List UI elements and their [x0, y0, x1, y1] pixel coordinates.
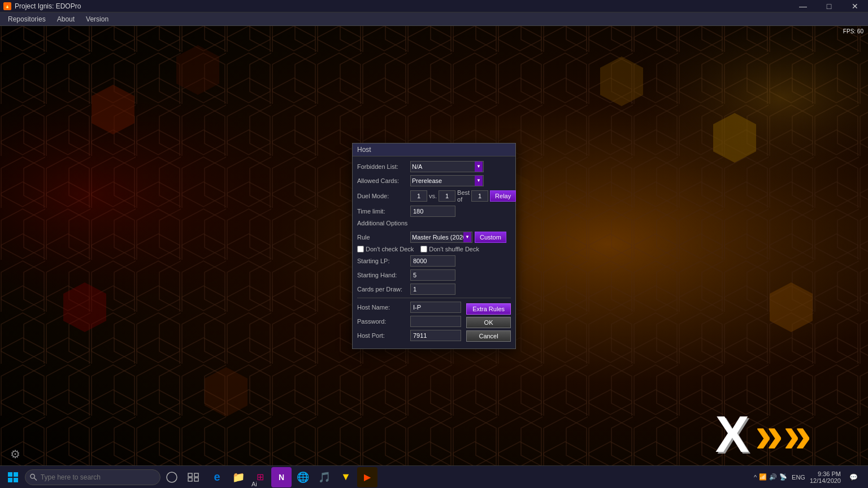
language-indicator[interactable]: ENG — [792, 474, 805, 481]
vs-text: vs. — [429, 193, 437, 199]
custom-button[interactable]: Custom — [475, 232, 506, 243]
allowed-cards-select[interactable]: Prerelease — [410, 175, 484, 186]
svg-line-20 — [34, 477, 37, 480]
svg-point-21 — [167, 472, 177, 482]
dont-check-deck-label: Don't check Deck — [366, 246, 414, 252]
close-button[interactable]: ✕ — [842, 0, 868, 12]
svg-rect-16 — [14, 472, 18, 477]
wifi-icon[interactable]: 📡 — [779, 473, 787, 481]
start-button[interactable] — [2, 470, 24, 485]
edopro-button[interactable]: ▶ — [357, 467, 377, 487]
windows-icon — [8, 472, 18, 482]
duel-mode-controls: 1 vs. 1 Best of 1 Relay — [410, 189, 516, 203]
app-title: Project Ignis: EDOPro — [15, 2, 81, 10]
dont-check-deck-checkbox[interactable] — [357, 246, 364, 252]
maximize-button[interactable]: □ — [816, 0, 842, 12]
host-dialog: Host Forbidden List: N/A ▼ Allowed Cards… — [352, 143, 516, 349]
rule-row: Rule Master Rules (2020) ▼ Custom — [357, 232, 511, 243]
starting-lp-row: Starting LP: 8000 — [357, 255, 511, 267]
starting-hand-input[interactable]: 5 — [410, 269, 455, 281]
bottom-right-buttons: Extra Rules OK Cancel — [466, 302, 511, 344]
svg-rect-25 — [194, 478, 198, 481]
svg-rect-23 — [194, 473, 198, 477]
password-row: Password: — [357, 316, 463, 327]
forbidden-list-select[interactable]: N/A — [410, 161, 484, 172]
taskbar-clock[interactable]: 9:36 PM 12/14/2020 — [810, 470, 841, 484]
title-bar-left: 🔥 Project Ignis: EDOPro — [0, 2, 81, 10]
password-label: Password: — [357, 318, 408, 325]
notification-button[interactable]: 💬 — [845, 469, 861, 485]
password-input[interactable] — [410, 316, 461, 327]
rule-label: Rule — [357, 234, 408, 241]
host-name-label: Host Name: — [357, 304, 408, 311]
network-icon[interactable]: 📶 — [759, 473, 767, 481]
task-view-button[interactable] — [183, 467, 203, 487]
additional-options-row: Additional Options — [357, 220, 511, 229]
cancel-button[interactable]: Cancel — [466, 330, 511, 342]
xp-arrow-symbol: »» — [755, 409, 811, 460]
time-limit-row: Time limit: 180 — [357, 206, 511, 217]
time-limit-label: Time limit: — [357, 208, 408, 215]
dont-shuffle-deck-label: Don't shuffle Deck — [429, 246, 479, 252]
media-button[interactable]: 🎵 — [314, 467, 335, 487]
extra-rules-button[interactable]: Extra Rules — [466, 303, 511, 315]
menu-about[interactable]: About — [51, 14, 80, 24]
onenote-button[interactable]: N — [271, 467, 292, 487]
starting-lp-label: Starting LP: — [357, 258, 408, 264]
ok-button[interactable]: OK — [466, 317, 511, 328]
title-bar: 🔥 Project Ignis: EDOPro — □ ✕ — [0, 0, 868, 12]
clock-time: 9:36 PM — [810, 470, 841, 477]
task-view-icon — [188, 473, 199, 482]
cortana-button[interactable] — [162, 467, 182, 487]
checkboxes-row: Don't check Deck Don't shuffle Deck — [357, 246, 511, 252]
taskbar-search-bar[interactable] — [25, 469, 160, 485]
xp-logo: X »» — [715, 409, 811, 460]
allowed-cards-select-wrapper: Prerelease ▼ — [410, 175, 484, 186]
host-port-input[interactable]: 7911 — [410, 330, 461, 341]
svg-rect-15 — [8, 472, 12, 477]
host-port-label: Host Port: — [357, 332, 408, 339]
dont-shuffle-deck-item: Don't shuffle Deck — [420, 246, 479, 252]
time-limit-input[interactable]: 180 — [410, 206, 455, 217]
chrome-button[interactable]: 🌐 — [293, 467, 313, 487]
starting-lp-input[interactable]: 8000 — [410, 255, 455, 267]
cards-per-draw-label: Cards per Draw: — [357, 286, 408, 293]
duel-mode-best-of[interactable]: 1 — [471, 190, 488, 202]
host-name-input[interactable]: I-P — [410, 302, 461, 313]
duel-mode-row: Duel Mode: 1 vs. 1 Best of 1 Relay — [357, 189, 511, 203]
svg-rect-24 — [188, 478, 192, 481]
volume-icon[interactable]: 🔊 — [769, 473, 777, 481]
taskbar-app-icons: e 📁 ⊞ N 🌐 🎵 ▼ ▶ — [207, 467, 377, 487]
minimize-button[interactable]: — — [790, 0, 816, 12]
host-port-row: Host Port: 7911 — [357, 330, 463, 341]
relay-button[interactable]: Relay — [490, 190, 516, 202]
file-explorer-button[interactable]: 📁 — [228, 467, 249, 487]
system-tray: ^ 📶 🔊 📡 — [754, 473, 787, 481]
additional-options-label: Additional Options — [357, 220, 407, 226]
divider — [357, 298, 511, 298]
tray-expand[interactable]: ^ — [754, 474, 757, 481]
taskbar: e 📁 ⊞ N 🌐 🎵 ▼ ▶ Ai ^ 📶 🔊 📡 ENG 9:36 PM 1… — [0, 465, 868, 488]
dont-shuffle-deck-checkbox[interactable] — [420, 246, 427, 252]
duel-mode-player1[interactable]: 1 — [410, 190, 427, 202]
cards-per-draw-row: Cards per Draw: 1 — [357, 284, 511, 295]
search-input[interactable] — [41, 473, 155, 481]
bottom-left-fields: Host Name: I-P Password: Host Port: 7911 — [357, 302, 463, 344]
svg-rect-17 — [8, 478, 12, 482]
vpn-button[interactable]: ▼ — [336, 467, 356, 487]
duel-mode-player2[interactable]: 1 — [439, 190, 455, 202]
rule-select[interactable]: Master Rules (2020) — [410, 232, 472, 243]
menu-version[interactable]: Version — [80, 14, 114, 24]
cards-per-draw-input[interactable]: 1 — [410, 284, 455, 295]
window-controls: — □ ✕ — [790, 0, 868, 12]
taskbar-right: ^ 📶 🔊 📡 ENG 9:36 PM 12/14/2020 💬 — [754, 469, 866, 485]
forbidden-list-row: Forbidden List: N/A ▼ — [357, 161, 511, 172]
cortana-icon — [166, 472, 177, 483]
fps-counter: FPS: 60 — [843, 28, 863, 34]
menu-bar: Repositories About Version — [0, 12, 868, 26]
bottom-section: Host Name: I-P Password: Host Port: 7911 — [357, 302, 511, 344]
edge-icon-button[interactable]: e — [207, 467, 227, 487]
starting-hand-row: Starting Hand: 5 — [357, 269, 511, 281]
gear-button[interactable]: ⚙ — [10, 447, 20, 461]
menu-repositories[interactable]: Repositories — [2, 14, 51, 24]
